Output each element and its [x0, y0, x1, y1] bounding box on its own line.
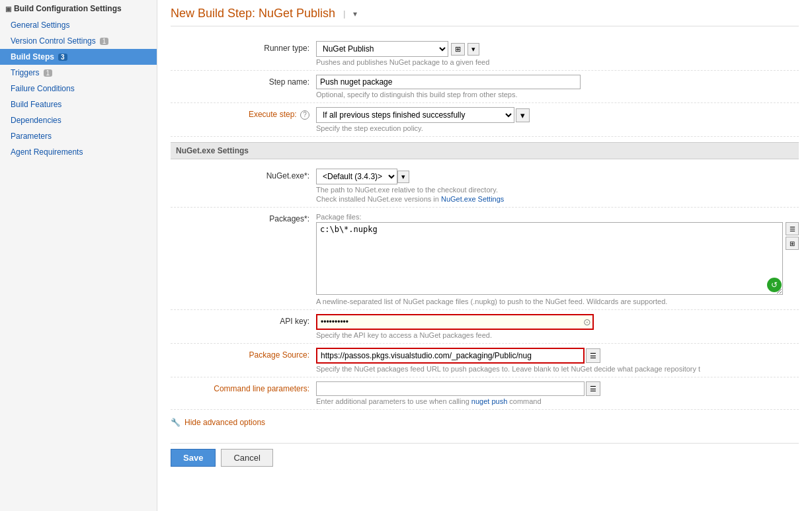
page-header: New Build Step: NuGet Publish | ▾ [171, 7, 799, 26]
cancel-button[interactable]: Cancel [221, 449, 272, 467]
api-key-input[interactable] [316, 314, 594, 330]
triggers-badge: 1 [44, 69, 53, 77]
execute-step-hint: Specify the step execution policy. [316, 124, 799, 132]
wrench-icon: 🔧 [171, 418, 181, 427]
nuget-settings-section: NuGet.exe Settings [171, 142, 799, 159]
save-button[interactable]: Save [171, 449, 216, 467]
package-source-row: Package Source: ☰ Specify the NuGet pack… [171, 344, 799, 377]
api-key-area: ⊙ Specify the API key to access a NuGet … [316, 314, 799, 339]
packages-sublabel: Package files: [316, 213, 799, 221]
command-line-row: Command line parameters: ☰ Enter additio… [171, 377, 799, 410]
packages-row: Packages*: Package files: c:\b\*.nupkg ☰… [171, 208, 799, 310]
packages-area: Package files: c:\b\*.nupkg ☰ ⊞ ↺ A newl… [316, 212, 799, 305]
textarea-side-buttons: ☰ ⊞ [786, 222, 799, 250]
execute-step-select[interactable]: If all previous steps finished successfu… [316, 107, 514, 123]
nuget-exe-label: NuGet.exe*: [171, 169, 316, 180]
nuget-exe-hint1: The path to NuGet.exe relative to the ch… [316, 186, 799, 194]
runner-type-area: NuGet Publish ⊞ ▾ Pushes and publishes N… [316, 41, 799, 66]
sidebar: ▣ Build Configuration Settings General S… [0, 0, 157, 511]
page-title: New Build Step: NuGet Publish [171, 7, 335, 20]
title-dropdown-button[interactable]: ▾ [353, 9, 357, 19]
nuget-exe-select[interactable]: <Default (3.4.3)> [316, 169, 397, 184]
execute-step-dropdown-button[interactable]: ▾ [516, 108, 530, 122]
sidebar-item-agent-requirements[interactable]: Agent Requirements [0, 144, 157, 160]
sidebar-item-build-steps[interactable]: Build Steps 3 [0, 49, 157, 65]
api-key-label: API key: [171, 314, 316, 326]
sidebar-item-general-settings[interactable]: General Settings [0, 17, 157, 33]
nuget-exe-settings-link[interactable]: NuGet.exe Settings [441, 195, 504, 203]
hide-advanced-label: Hide advanced options [184, 418, 265, 427]
nuget-exe-dropdown-button[interactable]: ▾ [397, 171, 409, 183]
package-source-input[interactable] [316, 348, 585, 364]
step-name-row: Step name: Optional, specify to distingu… [171, 71, 799, 103]
sidebar-item-version-control-settings[interactable]: Version Control Settings 1 [0, 33, 157, 49]
sidebar-item-failure-conditions[interactable]: Failure Conditions [0, 81, 157, 97]
package-source-label: Package Source: [171, 348, 316, 360]
step-name-area: Optional, specify to distinguish this bu… [316, 75, 799, 98]
sidebar-item-triggers[interactable]: Triggers 1 [0, 65, 157, 81]
textarea-edit-button[interactable]: ⊞ [786, 237, 799, 250]
sidebar-title: ▣ Build Configuration Settings [0, 0, 157, 17]
nuget-exe-area: <Default (3.4.3)> ▾ The path to NuGet.ex… [316, 169, 799, 203]
step-name-input[interactable] [316, 75, 581, 89]
runner-edit-button[interactable]: ⊞ [451, 43, 465, 56]
packages-label: Packages*: [171, 212, 316, 223]
runner-type-label: Runner type: [171, 41, 316, 53]
api-key-visibility-icon[interactable]: ⊙ [583, 317, 591, 327]
hide-advanced-options-row[interactable]: 🔧 Hide advanced options [171, 410, 799, 432]
title-separator: | [343, 9, 345, 19]
execute-step-label: Execute step: ? [171, 107, 316, 120]
main-content: New Build Step: NuGet Publish | ▾ Runner… [157, 0, 812, 511]
command-line-label: Command line parameters: [171, 381, 316, 393]
command-line-area: ☰ Enter additional parameters to use whe… [316, 381, 799, 405]
sidebar-item-build-features[interactable]: Build Features [0, 97, 157, 112]
command-line-multiline-button[interactable]: ☰ [586, 381, 600, 396]
nuget-exe-hint2: Check installed NuGet.exe versions in Nu… [316, 195, 799, 203]
package-source-multiline-button[interactable]: ☰ [586, 348, 600, 363]
package-source-area: ☰ Specify the NuGet packages feed URL to… [316, 348, 799, 373]
api-key-hint: Specify the API key to access a NuGet pa… [316, 331, 799, 339]
command-line-input[interactable] [316, 381, 585, 396]
runner-type-select[interactable]: NuGet Publish [316, 41, 448, 57]
sidebar-item-dependencies[interactable]: Dependencies [0, 112, 157, 128]
tree-icon: ▣ [5, 5, 11, 13]
execute-step-help-icon[interactable]: ? [300, 110, 309, 120]
action-buttons: Save Cancel [171, 443, 799, 467]
build-steps-badge: 3 [58, 54, 67, 61]
execute-step-area: If all previous steps finished successfu… [316, 107, 799, 132]
runner-type-hint: Pushes and publishes NuGet package to a … [316, 58, 799, 66]
api-key-row: API key: ⊙ Specify the API key to access… [171, 310, 799, 344]
packages-textarea[interactable]: c:\b\*.nupkg [316, 222, 783, 295]
execute-step-row: Execute step: ? If all previous steps fi… [171, 103, 799, 137]
packages-hint: A newline-separated list of NuGet packag… [316, 297, 799, 305]
nuget-push-link[interactable]: nuget push [471, 397, 507, 405]
step-name-label: Step name: [171, 75, 316, 87]
textarea-view-button[interactable]: ☰ [786, 222, 799, 235]
runner-type-row: Runner type: NuGet Publish ⊞ ▾ Pushes an… [171, 37, 799, 71]
refresh-button[interactable]: ↺ [767, 278, 782, 292]
sidebar-item-parameters[interactable]: Parameters [0, 128, 157, 144]
runner-dropdown-button[interactable]: ▾ [467, 43, 479, 56]
step-name-hint: Optional, specify to distinguish this bu… [316, 91, 799, 98]
version-control-settings-badge: 1 [100, 38, 109, 45]
nuget-exe-row: NuGet.exe*: <Default (3.4.3)> ▾ The path… [171, 165, 799, 208]
package-source-hint: Specify the NuGet packages feed URL to p… [316, 365, 799, 373]
command-line-hint: Enter additional parameters to use when … [316, 397, 799, 405]
